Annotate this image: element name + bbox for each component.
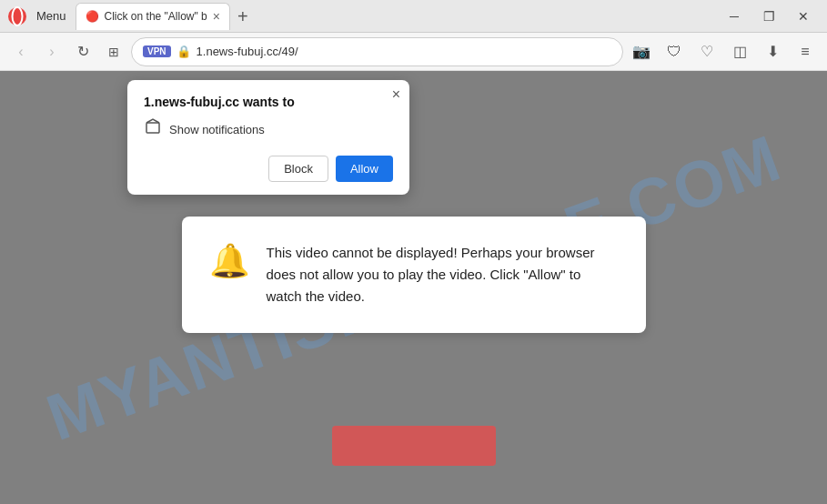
permission-row: Show notifications: [144, 118, 393, 141]
wallet-button[interactable]: ◫: [725, 37, 754, 66]
popup-title: 1.news-fubuj.cc wants to: [144, 95, 393, 109]
favorites-button[interactable]: ♡: [692, 37, 721, 66]
card-bell-icon: 🔔: [209, 242, 250, 280]
address-bar[interactable]: VPN 🔒 1.news-fubuj.cc/49/: [131, 37, 623, 66]
reload-button[interactable]: ↻: [69, 38, 96, 66]
notification-bell-icon: [144, 118, 162, 141]
active-tab[interactable]: 🔴 Click on the "Allow" b ×: [76, 3, 230, 30]
lock-icon: 🔒: [176, 45, 191, 58]
browser-menu-button[interactable]: ≡: [791, 37, 820, 66]
permission-label: Show notifications: [169, 123, 265, 136]
svg-rect-2: [146, 123, 159, 133]
tab-title: Click on the "Allow" b: [105, 10, 207, 23]
tabs-area: 🔴 Click on the "Allow" b × +: [76, 3, 718, 30]
card-message: This video cannot be displayed! Perhaps …: [267, 242, 619, 307]
notification-permission-popup: × 1.news-fubuj.cc wants to Show notifica…: [127, 80, 409, 195]
window-controls: ─ ❐ ✕: [718, 0, 820, 33]
back-button[interactable]: ‹: [7, 38, 35, 66]
svg-point-0: [8, 7, 26, 25]
popup-actions: Block Allow: [144, 156, 393, 182]
content-card: 🔔 This video cannot be displayed! Perhap…: [182, 217, 646, 333]
maximize-button[interactable]: ❐: [752, 0, 785, 33]
block-button[interactable]: Block: [268, 156, 328, 182]
play-button-area: [332, 426, 496, 469]
nav-bar: ‹ › ↻ ⊞ VPN 🔒 1.news-fubuj.cc/49/ 📷 🛡 ♡ …: [0, 33, 827, 71]
download-button[interactable]: ⬇: [758, 37, 787, 66]
allow-button[interactable]: Allow: [336, 156, 393, 182]
new-tab-button[interactable]: +: [232, 7, 254, 25]
minimize-button[interactable]: ─: [718, 0, 751, 33]
opera-logo-icon: [7, 6, 27, 26]
shield-button[interactable]: 🛡: [660, 37, 689, 66]
nav-icons-right: 📷 🛡 ♡ ◫ ⬇ ≡: [627, 37, 820, 66]
camera-button[interactable]: 📷: [627, 37, 656, 66]
tab-favicon-icon: 🔴: [86, 10, 99, 23]
title-bar: Menu 🔴 Click on the "Allow" b × + ─ ❐ ✕: [0, 0, 827, 33]
close-button[interactable]: ✕: [787, 0, 820, 33]
forward-button[interactable]: ›: [38, 38, 66, 66]
close-tab-button[interactable]: ×: [213, 10, 220, 23]
menu-button[interactable]: Menu: [31, 7, 72, 25]
content-area: MYANTISPYWARE.COM × 1.news-fubuj.cc want…: [0, 71, 827, 504]
play-button[interactable]: [332, 426, 496, 466]
popup-close-button[interactable]: ×: [392, 87, 400, 102]
tabs-grid-button[interactable]: ⊞: [100, 38, 127, 66]
url-text: 1.news-fubuj.cc/49/: [197, 45, 611, 58]
browser-window: Menu 🔴 Click on the "Allow" b × + ─ ❐ ✕ …: [0, 0, 827, 504]
vpn-badge: VPN: [143, 45, 171, 57]
